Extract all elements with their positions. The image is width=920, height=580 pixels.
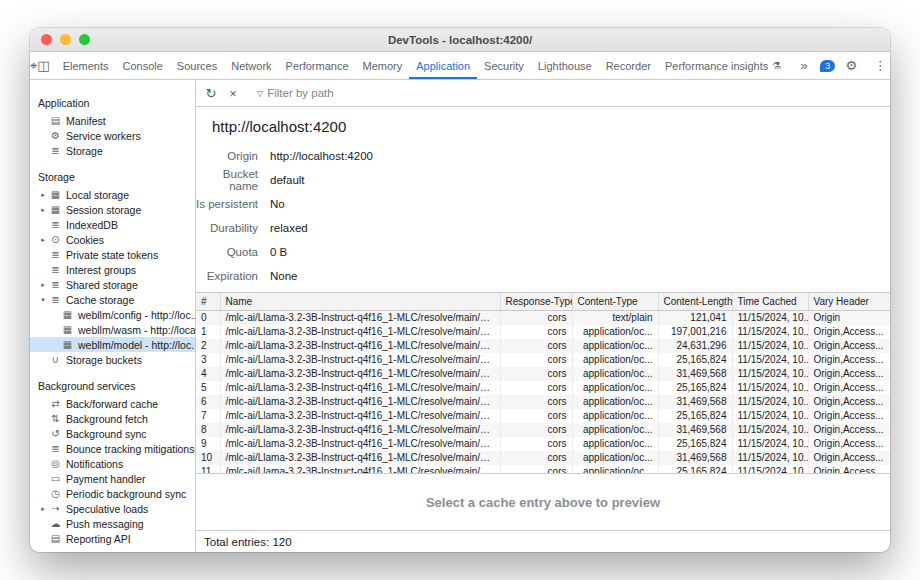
col-content-type[interactable]: Content-Type (572, 293, 658, 310)
cache-entry-row[interactable]: 6 /mlc-ai/Llama-3.2-3B-Instruct-q4f16_1-… (196, 395, 890, 409)
sidebar-item[interactable]: ▸ ▦ Local storage (30, 187, 195, 202)
sidebar-item[interactable]: ↺ Background sync (30, 426, 195, 441)
devtools-window: DevTools - localhost:4200/ ⌖ ◫ Elements … (30, 28, 890, 552)
col-name[interactable]: Name (220, 293, 500, 310)
menu-dots-icon[interactable]: ⋮ (867, 58, 890, 73)
devtools-tab[interactable]: Performance (279, 52, 356, 79)
sidebar-item[interactable]: ≣ Bounce tracking mitigations (30, 441, 195, 456)
sidebar-item[interactable]: ⚙ Service workers (30, 128, 195, 143)
cell-index: 6 (196, 395, 220, 409)
metadata-label: Origin (196, 150, 258, 162)
tree-expand-icon[interactable]: ▸ (38, 281, 48, 289)
sidebar-item[interactable]: ≣ Interest groups (30, 262, 195, 277)
sidebar-item-icon: ∪ (48, 354, 63, 365)
sidebar-item[interactable]: ◎ Notifications (30, 456, 195, 471)
sidebar-item[interactable]: ▸ ⇢ Speculative loads (30, 501, 195, 516)
inspect-element-icon[interactable]: ⌖ (30, 52, 37, 79)
window-title: DevTools - localhost:4200/ (388, 34, 532, 46)
sidebar-item[interactable]: ⇄ Back/forward cache (30, 396, 195, 411)
tab-performance-insights[interactable]: Performance insights ⚗ (658, 60, 788, 72)
col-time-cached[interactable]: Time Cached (732, 293, 808, 310)
devtools-tab[interactable]: Sources (170, 52, 224, 79)
devtools-tabbar: ⌖ ◫ Elements Console Sources Network Per… (30, 52, 890, 80)
sidebar-item[interactable]: ▦ webllm/wasm - http://loca... (30, 322, 195, 337)
cache-entry-row[interactable]: 4 /mlc-ai/Llama-3.2-3B-Instruct-q4f16_1-… (196, 367, 890, 381)
devtools-tab[interactable]: Application (409, 52, 477, 79)
filter-by-path-input[interactable] (267, 87, 507, 99)
delete-selected-icon[interactable]: × (222, 86, 244, 101)
sidebar-item-label: webllm/config - http://loc... (78, 309, 195, 321)
devtools-tab[interactable]: Lighthouse (531, 52, 599, 79)
col-index[interactable]: # (196, 293, 220, 310)
sidebar-item[interactable]: Background services (30, 376, 195, 396)
tree-expand-icon[interactable]: ▸ (38, 505, 48, 513)
devtools-tab[interactable]: Recorder (599, 52, 658, 79)
cell-content-type: application/oc... (572, 437, 658, 451)
cache-entry-row[interactable]: 8 /mlc-ai/Llama-3.2-3B-Instruct-q4f16_1-… (196, 423, 890, 437)
cell-time-cached: 11/15/2024, 10... (732, 367, 808, 381)
sidebar-item[interactable]: ▦ webllm/model - http://loc... (30, 337, 195, 352)
cache-entry-row[interactable]: 10 /mlc-ai/Llama-3.2-3B-Instruct-q4f16_1… (196, 451, 890, 465)
col-vary-header[interactable]: Vary Header (808, 293, 890, 310)
sidebar-item[interactable]: ☁ Push messaging (30, 516, 195, 531)
sidebar-item[interactable]: ▤ Reporting API (30, 531, 195, 546)
cell-response-type: cors (500, 325, 572, 339)
sidebar-item[interactable]: ▸ ≣ Shared storage (30, 277, 195, 292)
devtools-tab[interactable]: Memory (356, 52, 410, 79)
cache-entry-row[interactable]: 9 /mlc-ai/Llama-3.2-3B-Instruct-q4f16_1-… (196, 437, 890, 451)
sidebar-item[interactable]: Application (30, 93, 195, 113)
sidebar-item[interactable]: ⇅ Background fetch (30, 411, 195, 426)
cache-entry-row[interactable]: 1 /mlc-ai/Llama-3.2-3B-Instruct-q4f16_1-… (196, 325, 890, 339)
more-tabs-icon[interactable]: » (791, 58, 817, 73)
sidebar-item[interactable]: ≣ Storage (30, 143, 195, 158)
cache-entry-row[interactable]: 7 /mlc-ai/Llama-3.2-3B-Instruct-q4f16_1-… (196, 409, 890, 423)
console-messages-badge[interactable]: 3 (820, 60, 835, 72)
sidebar-item[interactable]: ∪ Storage buckets (30, 352, 195, 367)
sidebar-item-label: webllm/wasm - http://loca... (78, 324, 195, 336)
refresh-icon[interactable]: ↻ (200, 86, 222, 101)
col-content-length[interactable]: Content-Length (658, 293, 732, 310)
sidebar-item[interactable]: ◷ Periodic background sync (30, 486, 195, 501)
sidebar-item[interactable]: ≣ IndexedDB (30, 217, 195, 232)
devtools-tab[interactable]: Console (115, 52, 169, 79)
device-toolbar-icon[interactable]: ◫ (37, 52, 49, 79)
tree-expand-icon[interactable]: ▾ (38, 296, 48, 304)
sidebar-item[interactable]: ≣ Private state tokens (30, 247, 195, 262)
cell-content-length: 25,165,824 (658, 381, 732, 395)
cache-entry-row[interactable]: 0 /mlc-ai/Llama-3.2-3B-Instruct-q4f16_1-… (196, 310, 890, 325)
cell-response-type: cors (500, 423, 572, 437)
settings-gear-icon[interactable]: ⚙ (838, 58, 864, 73)
cache-entry-row[interactable]: 5 /mlc-ai/Llama-3.2-3B-Instruct-q4f16_1-… (196, 381, 890, 395)
zoom-button[interactable] (79, 34, 90, 45)
cache-entry-row[interactable]: 3 /mlc-ai/Llama-3.2-3B-Instruct-q4f16_1-… (196, 353, 890, 367)
col-response-type[interactable]: Response-Type (500, 293, 572, 310)
sidebar-item[interactable]: Storage (30, 167, 195, 187)
tree-expand-icon[interactable]: ▸ (38, 236, 48, 244)
cell-name: /mlc-ai/Llama-3.2-3B-Instruct-q4f16_1-ML… (220, 310, 500, 325)
sidebar-item[interactable]: ▦ webllm/config - http://loc... (30, 307, 195, 322)
metadata-row: Durability relaxed (196, 216, 890, 240)
close-button[interactable] (41, 34, 52, 45)
devtools-tab[interactable]: Network (224, 52, 278, 79)
sidebar-item[interactable]: ▤ Manifest (30, 113, 195, 128)
tree-expand-icon[interactable]: ▸ (38, 206, 48, 214)
cache-entry-row[interactable]: 2 /mlc-ai/Llama-3.2-3B-Instruct-q4f16_1-… (196, 339, 890, 353)
sidebar-item-label: Interest groups (66, 264, 195, 276)
devtools-tab[interactable]: Elements (56, 52, 116, 79)
sidebar-item[interactable]: ▸ ▦ Session storage (30, 202, 195, 217)
cell-content-type: application/oc... (572, 367, 658, 381)
window-controls (41, 34, 90, 45)
devtools-tab[interactable]: Security (477, 52, 531, 79)
tree-expand-icon[interactable]: ▸ (38, 191, 48, 199)
metadata-label: Quota (196, 246, 258, 258)
minimize-button[interactable] (60, 34, 71, 45)
cell-content-length: 24,631,296 (658, 339, 732, 353)
sidebar-item[interactable]: ▾ ≣ Cache storage (30, 292, 195, 307)
metadata-value: 0 B (270, 246, 287, 258)
sidebar-item[interactable]: ▭ Payment handler (30, 471, 195, 486)
cell-name: /mlc-ai/Llama-3.2-3B-Instruct-q4f16_1-ML… (220, 423, 500, 437)
sidebar-item-icon: ⇄ (48, 398, 63, 409)
sidebar-item[interactable]: ▸ ⊙ Cookies (30, 232, 195, 247)
cache-entry-row[interactable]: 11 /mlc-ai/Llama-3.2-3B-Instruct-q4f16_1… (196, 465, 890, 474)
cell-response-type: cors (500, 310, 572, 325)
